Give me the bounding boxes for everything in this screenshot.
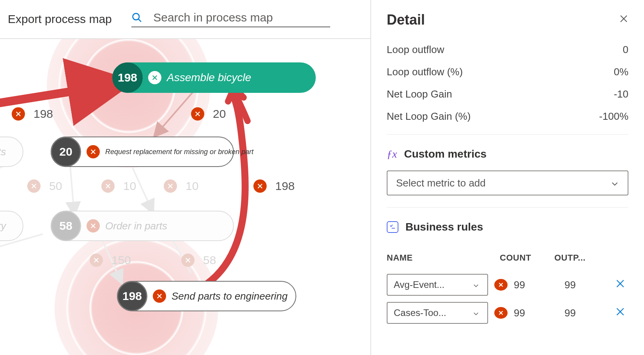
rule-output: 99 [564, 307, 615, 319]
node-label: Assemble bicycle [167, 71, 251, 84]
close-icon [191, 107, 204, 121]
close-icon [101, 179, 115, 193]
rule-name-dropdown[interactable]: Avg-Event... [387, 274, 488, 296]
business-rules-heading: Business rules [405, 221, 483, 233]
error-icon [494, 307, 508, 319]
rule-count: 99 [514, 307, 564, 319]
custom-metrics-heading: Custom metrics [404, 148, 487, 160]
chevron-down-icon [610, 179, 619, 187]
edge-label-10b: 10 [164, 179, 198, 193]
metric-value: 0 [623, 44, 628, 56]
rule-count: 99 [514, 279, 564, 291]
node-label: tory [0, 220, 6, 232]
process-map-canvas[interactable]: 198 Assemble bicycle 20 Request replacem… [0, 39, 370, 355]
edge-label-58: 58 [181, 254, 216, 267]
node-label: arts [0, 146, 6, 158]
edge-label-10a: 10 [101, 179, 136, 193]
rule-output: 99 [564, 279, 615, 291]
metric-value: 0% [614, 66, 628, 78]
metric-label: Net Loop Gain [387, 88, 452, 100]
node-request-replacement[interactable]: 20 Request replacement for missing or br… [51, 137, 234, 167]
close-icon [27, 179, 41, 193]
close-icon [12, 107, 25, 121]
close-icon [90, 254, 103, 267]
search-field-wrap[interactable] [131, 11, 330, 27]
svg-line-1 [138, 19, 141, 22]
edge-label-198-right: 198 [253, 179, 295, 193]
close-icon [87, 145, 100, 158]
rules-col-output: OUTP... [554, 253, 605, 263]
rule-row: Avg-Event... 99 99 [387, 271, 628, 299]
error-icon [494, 279, 508, 291]
rule-row: Cases-Too... 99 99 [387, 299, 628, 327]
edge-label-150: 150 [90, 254, 131, 267]
close-icon [148, 71, 161, 84]
close-icon [87, 219, 100, 233]
node-label: Request replacement for missing or broke… [105, 148, 253, 156]
dropdown-placeholder: Select metric to add [396, 177, 486, 189]
close-icon [181, 254, 195, 267]
custom-metric-dropdown[interactable]: Select metric to add [387, 170, 628, 195]
remove-rule-button[interactable] [615, 279, 625, 291]
node-label: Send parts to engineering [172, 290, 288, 302]
rules-col-name: NAME [387, 253, 500, 263]
metric-label: Loop outflow (%) [387, 66, 463, 78]
search-icon [131, 11, 142, 24]
metric-value: -100% [599, 110, 628, 122]
edge-label-20: 20 [191, 107, 226, 121]
metric-label: Loop outflow [387, 44, 444, 56]
svg-point-0 [133, 13, 139, 20]
export-process-map-link[interactable]: Export process map [8, 12, 112, 26]
node-count: 58 [51, 211, 81, 241]
close-icon [253, 179, 267, 193]
chevron-down-icon [472, 280, 481, 289]
metric-value: -10 [614, 88, 628, 100]
fx-icon: ƒx [387, 148, 397, 160]
node-order-in-parts[interactable]: 58 Order in parts [51, 211, 234, 241]
panel-title: Detail [387, 12, 425, 28]
chevron-down-icon [472, 309, 481, 317]
rule-name-dropdown[interactable]: Cases-Too... [387, 302, 488, 324]
node-count: 198 [117, 281, 147, 311]
node-label: Order in parts [105, 220, 167, 232]
checklist-icon [387, 221, 398, 233]
node-count: 198 [112, 62, 143, 93]
close-icon [153, 289, 166, 303]
node-assemble-bicycle[interactable]: 198 Assemble bicycle [113, 62, 316, 93]
node-count: 20 [51, 137, 81, 167]
close-panel-button[interactable] [619, 14, 628, 26]
node-send-parts[interactable]: 198 Send parts to engineering [117, 281, 296, 311]
search-input[interactable] [153, 11, 330, 24]
metric-label: Net Loop Gain (%) [387, 110, 471, 122]
close-icon [164, 179, 177, 193]
edge-label-198-left: 198 [12, 107, 53, 121]
rules-col-count: COUNT [500, 253, 554, 263]
detail-panel: Detail Loop outflow0 Loop outflow (%)0% … [371, 0, 644, 355]
edge-label-50: 50 [27, 179, 62, 193]
remove-rule-button[interactable] [615, 307, 625, 320]
